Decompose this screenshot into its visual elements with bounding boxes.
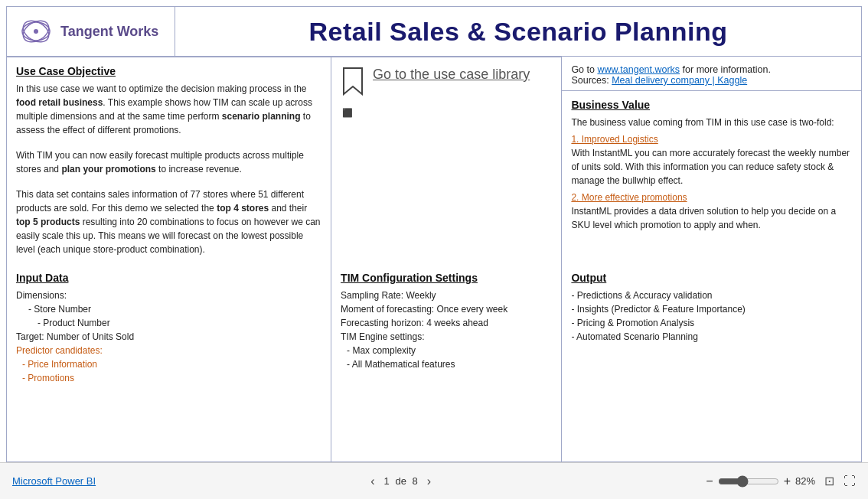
output-line2: - Insights (Predictor & Feature Importan… xyxy=(571,302,852,316)
input-data-panel: Input Data Dimensions: - Store Number - … xyxy=(7,264,331,461)
zoom-slider[interactable] xyxy=(718,475,779,488)
tim-line6: - All Mathematical features xyxy=(341,357,552,371)
bv-point1-text: With InstantML you can more accurately f… xyxy=(571,146,852,188)
bv-title: Business Value xyxy=(571,99,852,111)
output-panel: Output - Predictions & Accuracy validati… xyxy=(562,264,861,461)
info-top: Go to www.tangent.works for more informa… xyxy=(562,57,861,91)
logistics-link[interactable]: 1. Improved Logistics xyxy=(571,134,658,145)
output-title: Output xyxy=(571,272,852,284)
dimensions-label: Dimensions: xyxy=(16,289,321,302)
predictor-label: Predictor candidates: xyxy=(16,344,321,357)
footer-brand[interactable]: Microsoft Power BI xyxy=(12,475,96,487)
bold-plan: plan your promotions xyxy=(61,164,155,174)
page-navigation: ‹ 1 de 8 › xyxy=(367,473,434,490)
bookmark-area: Go to the use case library xyxy=(331,57,561,103)
footer-controls: − + 82% ⊡ ⛶ xyxy=(706,474,856,488)
use-case-para3: This data set contains sales information… xyxy=(16,188,321,256)
bold-scenario: scenario planning xyxy=(222,111,301,122)
business-value-area: Go to www.tangent.works for more informa… xyxy=(562,57,861,264)
logo-area: Tangent Works xyxy=(7,7,175,56)
middle-row: Use Case Objective In this use case we w… xyxy=(6,57,862,264)
business-value-panel: Business Value The business value coming… xyxy=(562,91,861,264)
page-indicator: 1 de 8 xyxy=(384,475,418,487)
output-line1: - Predictions & Accuracy validation xyxy=(571,289,852,302)
bold-top5: top 5 products xyxy=(16,217,80,227)
bold-top4: top 4 stores xyxy=(217,203,269,214)
bottom-row: Input Data Dimensions: - Store Number - … xyxy=(6,264,862,462)
library-panel: Go to the use case library ⬛ xyxy=(331,57,562,264)
dim2: - Product Number xyxy=(16,316,321,330)
logo-text: Tangent Works xyxy=(60,24,158,40)
target-label: Target: Number of Units Sold xyxy=(16,330,321,344)
tim-line4: TIM Engine settings: xyxy=(341,330,552,344)
preview-area: ⬛ xyxy=(331,103,561,122)
bv-intro: The business value coming from TIM in th… xyxy=(571,116,852,129)
bookmark-icon xyxy=(342,67,364,96)
promotions-link[interactable]: 2. More effective promotions xyxy=(571,192,687,203)
fullscreen-icon[interactable]: ⛶ xyxy=(844,475,856,488)
power-bi-link[interactable]: Microsoft Power BI xyxy=(12,475,96,487)
tim-line2: Moment of forecasting: Once every week xyxy=(341,302,552,316)
total-pages: 8 xyxy=(413,475,418,487)
zoom-value: 82% xyxy=(795,475,815,487)
tangent-works-link[interactable]: www.tangent.works xyxy=(597,64,680,75)
page-title: Retail Sales & Scenario Planning xyxy=(175,11,861,53)
prev-page-button[interactable]: ‹ xyxy=(367,473,377,490)
kaggle-source-link[interactable]: Meal delivery company | Kaggle xyxy=(612,75,747,86)
page-separator: de xyxy=(395,475,406,487)
bv-point1-link: 1. Improved Logistics xyxy=(571,132,852,146)
pred2: - Promotions xyxy=(16,371,321,385)
pred1: - Price Information xyxy=(16,357,321,371)
tim-line1: Sampling Rate: Weekly xyxy=(341,289,552,302)
output-line4: - Automated Scenario Planning xyxy=(571,330,852,344)
dim1: - Store Number xyxy=(16,302,321,316)
current-page: 1 xyxy=(384,475,390,487)
tim-config-title: TIM Configuration Settings xyxy=(341,272,552,284)
library-link[interactable]: Go to the use case library xyxy=(373,65,530,84)
use-case-title: Use Case Objective xyxy=(16,65,321,77)
tim-line5: - Max complexity xyxy=(341,344,552,357)
svg-point-3 xyxy=(34,29,38,34)
next-page-button[interactable]: › xyxy=(424,473,434,490)
footer: Microsoft Power BI ‹ 1 de 8 › − + 82% ⊡ … xyxy=(0,462,868,499)
bold-food-retail: food retail business xyxy=(16,97,103,108)
output-line3: - Pricing & Promotion Analysis xyxy=(571,316,852,330)
fit-page-icon[interactable]: ⊡ xyxy=(824,474,834,488)
tangent-works-logo-icon xyxy=(19,15,53,48)
zoom-minus-icon[interactable]: − xyxy=(706,475,713,488)
tim-line3: Forecasting horizon: 4 weeks ahead xyxy=(341,316,552,330)
header: Tangent Works Retail Sales & Scenario Pl… xyxy=(6,6,862,57)
use-case-panel: Use Case Objective In this use case we w… xyxy=(7,57,331,264)
input-data-title: Input Data xyxy=(16,272,321,284)
zoom-controls: − + 82% xyxy=(706,475,815,488)
tim-config-panel: TIM Configuration Settings Sampling Rate… xyxy=(331,264,562,461)
bv-point2-text: InstantML provides a data driven solutio… xyxy=(571,204,852,232)
use-case-para1: In this use case we want to optimize the… xyxy=(16,82,321,137)
zoom-plus-icon[interactable]: + xyxy=(784,475,791,488)
use-case-para2: With TIM you can now easily forecast mul… xyxy=(16,148,321,176)
bv-point2-link: 2. More effective promotions xyxy=(571,191,852,204)
